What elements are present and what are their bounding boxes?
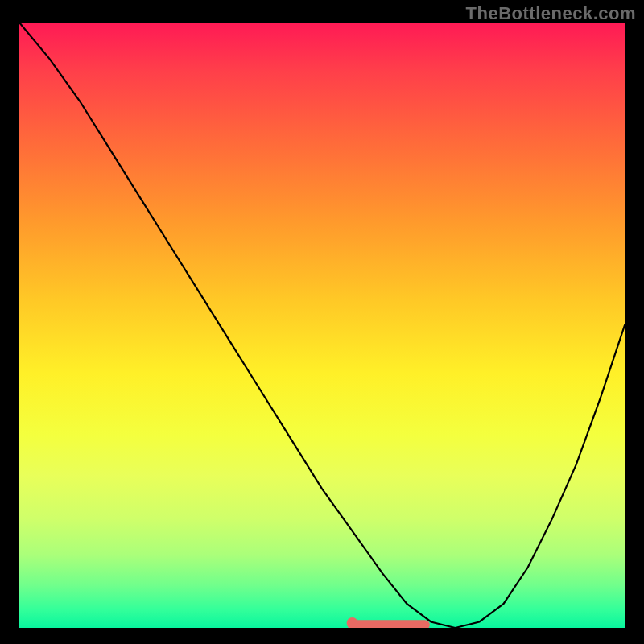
- watermark-text: TheBottleneck.com: [466, 3, 636, 24]
- chart-frame: TheBottleneck.com: [0, 0, 644, 644]
- bottleneck-curve: [19, 23, 625, 628]
- plot-area: [19, 23, 625, 628]
- marker-dot: [347, 617, 358, 628]
- chart-svg: [19, 23, 625, 628]
